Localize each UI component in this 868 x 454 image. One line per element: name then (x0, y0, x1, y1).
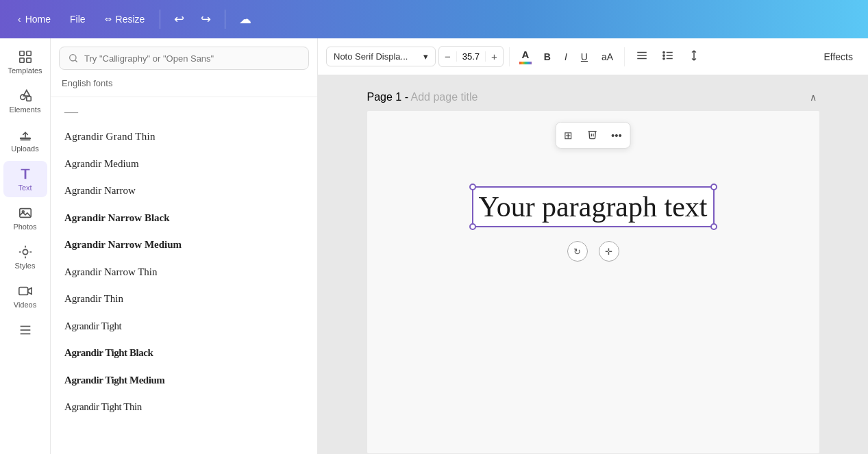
page-collapse-button[interactable]: ∧ (807, 89, 819, 105)
search-input[interactable] (84, 53, 300, 64)
canvas-area: Page 1 - Add page title ∧ ⊞ ••• (318, 75, 868, 454)
paragraph-text[interactable]: Your paragraph text (472, 186, 715, 227)
italic-button[interactable]: I (559, 47, 573, 66)
list-button[interactable] (656, 45, 680, 68)
list-item[interactable]: Agrandir Tight Medium (51, 367, 317, 394)
more-options-button[interactable]: ••• (606, 125, 628, 145)
sidebar-item-elements[interactable]: Elements (3, 83, 47, 119)
list-item[interactable]: Agrandir Narrow Black (51, 205, 317, 232)
list-item[interactable]: — (51, 100, 317, 123)
size-control: − 35.7 + (438, 46, 504, 67)
move-handle[interactable]: ✛ (599, 241, 619, 262)
font-list: — Agrandir Grand Thin Agrandir Medium Ag… (51, 100, 317, 454)
list-item[interactable]: Agrandir Tight Thin (51, 394, 317, 421)
canvas-page: ⊞ ••• Your paragraph text (367, 111, 819, 453)
photo-icon (18, 205, 33, 220)
styles-icon (18, 244, 33, 260)
sidebar: Templates Elements Uploads Text (0, 38, 51, 454)
svg-point-22 (663, 55, 665, 56)
font-panel: English fonts — Agrandir Grand Thin Agra… (51, 38, 318, 454)
section-label: English fonts (51, 75, 317, 94)
list-item[interactable]: Agrandir Grand Thin (51, 123, 317, 151)
undo-button[interactable]: ↩ (169, 8, 190, 31)
italic-label: I (565, 51, 567, 62)
list-item[interactable]: Agrandir Narrow Thin (51, 259, 317, 286)
align-icon (636, 49, 648, 62)
resize-handle-br[interactable] (710, 223, 717, 230)
separator (51, 97, 317, 97)
color-a-label: A (521, 49, 529, 60)
home-label: Home (25, 14, 51, 25)
svg-rect-5 (26, 97, 30, 101)
color-gradient (519, 62, 532, 64)
rotate-handle[interactable]: ↻ (567, 241, 588, 262)
text-element[interactable]: Your paragraph text ↻ ✛ (472, 186, 715, 227)
svg-point-9 (23, 249, 27, 254)
redo-button[interactable]: ↪ (195, 8, 216, 31)
file-label: File (70, 14, 86, 25)
sidebar-item-uploads[interactable]: Uploads (3, 122, 47, 158)
spacing-button[interactable] (682, 45, 706, 68)
fmt-divider-2 (624, 47, 625, 66)
font-name: Noto Serif Displa... (334, 51, 408, 62)
resize-button[interactable]: ⇔ Resize (98, 10, 152, 29)
sidebar-item-more[interactable] (3, 317, 47, 343)
align-button[interactable] (630, 45, 654, 68)
home-button[interactable]: ‹ Home (11, 10, 58, 29)
main-content: Noto Serif Displa... ▾ − 35.7 + A B (318, 38, 868, 454)
svg-rect-0 (19, 51, 23, 55)
list-item[interactable]: Agrandir Narrow (51, 177, 317, 205)
format-toolbar: Noto Serif Displa... ▾ − 35.7 + A B (318, 38, 868, 75)
sidebar-item-templates[interactable]: Templates (3, 44, 47, 80)
search-box[interactable] (59, 47, 309, 70)
resize-handle-tr[interactable] (710, 184, 717, 190)
list-item[interactable]: Agrandir Tight Black (51, 340, 317, 367)
file-button[interactable]: File (63, 10, 92, 29)
list-item[interactable]: Agrandir Narrow Medium (51, 231, 317, 259)
effects-label: Effects (823, 51, 853, 62)
page-header: Page 1 - Add page title ∧ (367, 89, 819, 105)
font-selector[interactable]: Noto Serif Displa... ▾ (326, 47, 436, 66)
underline-label: U (581, 51, 588, 62)
spacing-icon (688, 49, 700, 62)
decrease-size-button[interactable]: − (439, 47, 456, 66)
page-title-link[interactable]: Add page title (411, 91, 478, 103)
delete-button[interactable] (581, 125, 603, 145)
sidebar-item-photos[interactable]: Photos (3, 200, 47, 236)
resize-label: Resize (116, 14, 145, 25)
resize-handle-tl[interactable] (469, 184, 476, 190)
svg-rect-6 (20, 138, 30, 139)
list-item[interactable]: Agrandir Tight (51, 313, 317, 340)
case-button[interactable]: aA (596, 47, 619, 66)
sidebar-item-styles[interactable]: Styles (3, 239, 47, 275)
case-label: aA (602, 51, 613, 62)
top-bar: ‹ Home File ⇔ Resize ↩ ↪ ☁ (0, 0, 868, 38)
list-icon (662, 49, 674, 62)
bold-button[interactable]: B (538, 47, 556, 66)
delete-icon (586, 129, 597, 140)
list-item[interactable]: Agrandir Medium (51, 151, 317, 178)
svg-point-21 (663, 51, 665, 53)
main-layout: Templates Elements Uploads Text (0, 38, 868, 454)
svg-point-14 (70, 55, 76, 61)
shapes-icon (18, 88, 33, 103)
sidebar-item-label: Photos (13, 223, 36, 231)
effects-button[interactable]: Effects (817, 47, 860, 66)
sidebar-item-text[interactable]: Text (3, 161, 47, 197)
sidebar-item-videos[interactable]: Videos (3, 278, 47, 314)
duplicate-button[interactable]: ⊞ (558, 125, 578, 145)
svg-rect-2 (19, 58, 23, 62)
toolbar-divider-2 (225, 10, 225, 29)
list-item[interactable]: Agrandir Thin (51, 286, 317, 313)
increase-size-button[interactable]: + (486, 47, 503, 66)
page-label: Page 1 - Add page title (367, 91, 478, 103)
sidebar-item-label: Uploads (11, 144, 38, 153)
resize-handle-bl[interactable] (469, 223, 476, 230)
svg-rect-3 (26, 58, 30, 62)
color-button[interactable]: A (515, 46, 536, 67)
chevron-left-icon: ‹ (18, 14, 21, 25)
cloud-save-button[interactable]: ☁ (234, 8, 257, 31)
svg-point-23 (663, 58, 665, 59)
bold-label: B (544, 51, 551, 62)
underline-button[interactable]: U (575, 47, 593, 66)
